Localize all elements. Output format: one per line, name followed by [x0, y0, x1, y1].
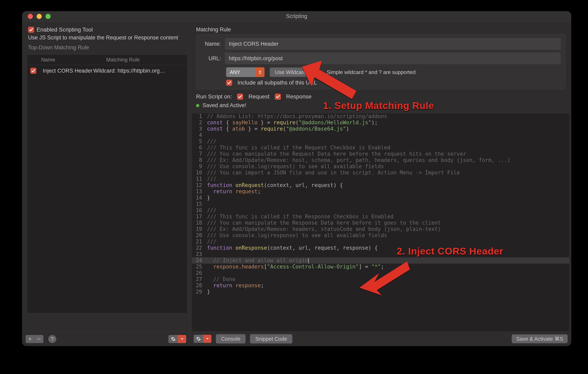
- chevron-down-icon: [203, 335, 211, 343]
- code-line[interactable]: 9/// Use console.log(request) to see all…: [192, 163, 569, 170]
- sidebar-description: Use JS Script to manipulate the Request …: [28, 34, 184, 41]
- code-line[interactable]: 5///: [192, 138, 569, 144]
- code-line[interactable]: 16///: [192, 207, 569, 213]
- code-line[interactable]: 24 // Inject and allow all origin: [192, 257, 569, 264]
- save-activate-button[interactable]: Save & Activate ⌘S: [512, 334, 567, 343]
- code-line[interactable]: 8/// Ex: Add/Update/Remove: host, schema…: [192, 157, 569, 163]
- enable-scripting-label: Enabled Scripting Tool: [37, 26, 93, 33]
- rules-table-header: Name Matching Rule: [27, 55, 187, 65]
- status-row: Saved and Active!: [196, 102, 565, 109]
- code-line[interactable]: 10/// You can import a JSON file and use…: [192, 170, 569, 176]
- code-line[interactable]: 22function onResponse(context, url, requ…: [192, 245, 569, 251]
- run-response-checkbox[interactable]: [275, 94, 281, 100]
- gear-icon: [194, 335, 203, 343]
- code-line[interactable]: 19/// Ex: Add/Update/Remove: headers, st…: [192, 226, 569, 232]
- table-row[interactable]: Inject CORS Header Wildcard: https://htt…: [27, 65, 187, 77]
- include-subpaths-label: Include all subpaths of this URL: [237, 79, 317, 86]
- code-line[interactable]: 2const { sayHello } = require("@addons/H…: [192, 120, 569, 126]
- code-line[interactable]: 12function onRequest(context, url, reque…: [192, 182, 569, 188]
- code-line[interactable]: 1// Addons List: https://docs.proxyman.i…: [192, 113, 569, 120]
- content: Enabled Scripting Tool Use JS Script to …: [22, 22, 571, 346]
- code-line[interactable]: 23: [192, 251, 569, 257]
- col-name: Name: [40, 57, 102, 63]
- close-icon[interactable]: [28, 14, 33, 19]
- code-line[interactable]: 21///: [192, 239, 569, 245]
- sidebar-actions-menu[interactable]: [168, 335, 186, 343]
- enable-scripting-checkbox[interactable]: [28, 27, 34, 33]
- run-script-row: Run Script on: Request Response: [196, 93, 565, 100]
- code-line[interactable]: 28 return response;: [192, 282, 569, 289]
- code-line[interactable]: 3const { atob } = require("@addons/Base6…: [192, 126, 569, 132]
- wildcard-hint: Simple wildcard * and ? are supported: [327, 69, 416, 75]
- code-line[interactable]: 18/// You can manipulate the Response Da…: [192, 220, 569, 226]
- gear-icon: [168, 335, 178, 343]
- code-line[interactable]: 26: [192, 270, 569, 276]
- method-value: ANY: [226, 67, 256, 77]
- main-panel: Matching Rule Name: URL: ANY: [190, 22, 571, 346]
- minimize-icon[interactable]: [37, 14, 42, 19]
- console-button[interactable]: Console: [216, 334, 246, 343]
- sidebar-caption: Top-Down Matching Rule: [28, 44, 184, 51]
- url-label: URL:: [201, 55, 225, 62]
- row-enabled-checkbox[interactable]: [30, 68, 36, 74]
- code-line[interactable]: 15: [192, 201, 569, 207]
- help-button[interactable]: ?: [48, 335, 56, 343]
- chevron-down-icon: [178, 335, 186, 343]
- main-footer: Console Snippet Code Save & Activate ⌘S: [190, 331, 571, 346]
- window-title: Scripting: [22, 13, 571, 19]
- row-rule: Wildcard: https://httpbin.org…: [90, 68, 187, 74]
- snippet-button[interactable]: Snippet Code: [250, 334, 292, 343]
- code-line[interactable]: 4: [192, 132, 569, 138]
- run-response-label: Response: [286, 93, 312, 100]
- run-label: Run Script on:: [196, 93, 232, 100]
- method-select[interactable]: ANY: [226, 67, 264, 77]
- matching-rule-section: Matching Rule Name: URL: ANY: [190, 22, 571, 110]
- code-line[interactable]: 29}: [192, 289, 569, 295]
- run-request-checkbox[interactable]: [237, 94, 243, 100]
- code-line[interactable]: 17/// This func is called if the Respons…: [192, 213, 569, 220]
- code-line[interactable]: 14}: [192, 195, 569, 201]
- code-line[interactable]: 6/// This func is called if the Request …: [192, 144, 569, 151]
- rules-table: Name Matching Rule Inject CORS Header Wi…: [27, 54, 187, 313]
- stepper-arrows-icon: [256, 67, 264, 77]
- code-line[interactable]: 7/// You can manipulate the Request Data…: [192, 151, 569, 157]
- code-line[interactable]: 27 // Done: [192, 276, 569, 282]
- url-input[interactable]: [225, 53, 561, 64]
- name-input[interactable]: [225, 38, 561, 50]
- remove-button[interactable]: −: [34, 335, 43, 343]
- code-line[interactable]: 25 response.headers["Access-Control-Allo…: [192, 264, 569, 270]
- status-dot-icon: [196, 104, 199, 107]
- traffic-lights: [22, 14, 51, 19]
- code-line[interactable]: 11///: [192, 176, 569, 182]
- name-label: Name:: [201, 41, 225, 47]
- scripting-window: Scripting Enabled Scripting Tool Use JS …: [22, 11, 571, 346]
- col-rule: Matching Rule: [102, 57, 187, 63]
- include-subpaths-checkbox[interactable]: [226, 80, 232, 86]
- titlebar: Scripting: [22, 11, 571, 22]
- run-request-label: Request: [248, 93, 269, 100]
- editor-actions-menu[interactable]: [194, 335, 211, 343]
- sidebar-footer: + − ?: [22, 331, 190, 346]
- sidebar-header: Enabled Scripting Tool Use JS Script to …: [22, 22, 190, 54]
- sidebar: Enabled Scripting Tool Use JS Script to …: [22, 22, 190, 346]
- matching-rule-box: Name: URL: ANY: [196, 34, 565, 89]
- status-text: Saved and Active!: [202, 102, 246, 109]
- maximize-icon[interactable]: [45, 14, 51, 19]
- add-button[interactable]: +: [26, 335, 34, 343]
- row-name: Inject CORS Header: [40, 68, 90, 74]
- code-line[interactable]: 20/// Use console.log(response) to see a…: [192, 232, 569, 239]
- use-wildcard-button[interactable]: Use Wildcard: [270, 67, 312, 77]
- code-line[interactable]: 13 return request;: [192, 188, 569, 195]
- matching-title: Matching Rule: [196, 26, 565, 33]
- code-editor[interactable]: 1// Addons List: https://docs.proxyman.i…: [192, 113, 569, 331]
